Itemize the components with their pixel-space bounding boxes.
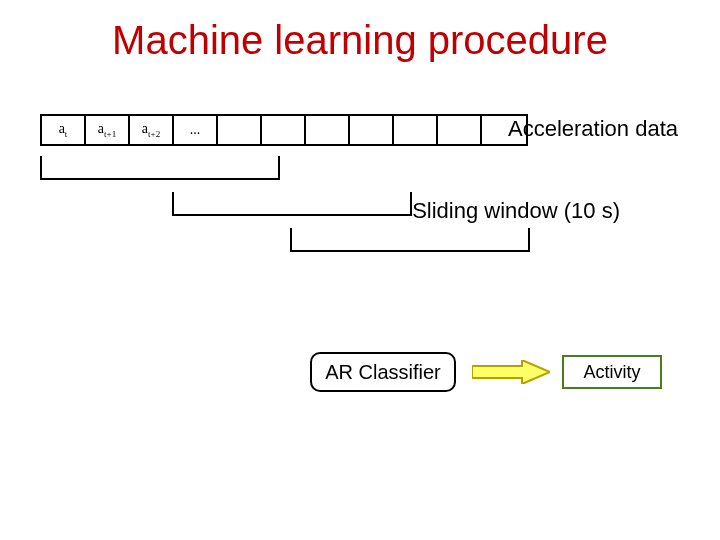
data-cell-empty [218,116,262,144]
window-bracket-3 [290,228,530,252]
data-cell-a-t2: at+2 [130,116,174,144]
activity-box: Activity [562,355,662,389]
data-samples-row: at at+1 at+2 ... [40,114,528,146]
slide-title: Machine learning procedure [0,18,720,63]
sliding-window-label: Sliding window (10 s) [412,198,620,224]
data-cell-empty [306,116,350,144]
window-bracket-1 [40,156,280,180]
window-bracket-2 [172,192,412,216]
data-cell-empty [438,116,482,144]
data-cell-empty [262,116,306,144]
svg-marker-0 [472,360,550,384]
data-cell-empty [350,116,394,144]
data-cell-a-t: at [42,116,86,144]
acceleration-data-label: Acceleration data [508,116,678,142]
data-cell-empty [394,116,438,144]
ar-classifier-box: AR Classifier [310,352,456,392]
data-cell-a-t1: at+1 [86,116,130,144]
arrow-icon [472,360,550,384]
data-cell-ellipsis: ... [174,116,218,144]
